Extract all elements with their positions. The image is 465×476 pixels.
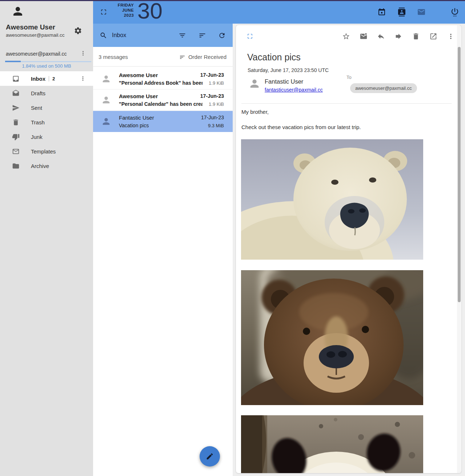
to-label: To: [346, 75, 352, 80]
delete-icon[interactable]: [412, 32, 420, 40]
email-image-panda: [241, 415, 423, 473]
message-sender: Fantastic User: [119, 115, 154, 121]
email-body-greeting: My brother,: [241, 109, 269, 115]
order-received-label[interactable]: Order Received: [188, 54, 227, 60]
fullscreen-icon[interactable]: [100, 9, 107, 15]
header-weekday: FRIDAY: [116, 3, 134, 8]
folder-label: Junk: [31, 134, 43, 140]
quota-text: 1.84% used on 500 MB: [0, 63, 93, 69]
folder-label: Inbox: [31, 76, 45, 82]
email-body-line: Check out these vacation pics from our l…: [241, 124, 361, 130]
sidebar-item-drafts[interactable]: Drafts: [0, 86, 93, 100]
sidebar-item-junk[interactable]: Junk: [0, 129, 93, 144]
message-toolbar: [342, 32, 455, 40]
power-icon[interactable]: [450, 7, 459, 17]
folder-more-icon[interactable]: [80, 75, 86, 82]
reply-icon[interactable]: [377, 32, 385, 40]
header-body-divider: [241, 103, 452, 104]
message-size: 1.9 KiB: [209, 101, 224, 107]
more-options-icon[interactable]: [447, 32, 455, 40]
folder-label: Trash: [31, 119, 45, 125]
sidebar: Awesome User awesomeuser@paxmail.cc awes…: [0, 0, 93, 476]
pencil-icon: [206, 452, 214, 460]
folder-label: Sent: [31, 105, 42, 111]
from-avatar-icon: [248, 77, 261, 90]
folder-label: Archive: [31, 163, 49, 169]
message-row-selected[interactable]: Fantastic User Vacation pics 17-Jun-23 9…: [93, 111, 233, 132]
app-header: FRIDAY JUNE 2023 30: [93, 0, 465, 24]
message-date: 17-Jun-23: [200, 93, 224, 99]
user-email: awesomeuser@paxmail.cc: [6, 32, 65, 38]
message-list-searchbar: Inbox: [93, 24, 233, 47]
from-email-link[interactable]: fantasticuser@paxmail.cc: [265, 87, 323, 93]
sidebar-item-trash[interactable]: Trash: [0, 115, 93, 129]
message-size: 9.3 MiB: [208, 123, 224, 128]
calendar-icon[interactable]: [377, 8, 386, 16]
send-icon: [12, 104, 20, 112]
sender-avatar-icon: [101, 74, 111, 84]
message-date: 17-Jun-23: [201, 115, 224, 120]
sidebar-item-archive[interactable]: Archive: [0, 159, 93, 173]
inbox-icon: [12, 75, 20, 83]
folder-label: Drafts: [31, 90, 45, 96]
message-list: 3 messages Order Received Awesome User "…: [93, 47, 233, 476]
reading-pane-background: Vacation pics Saturday, June 17, 2023 23…: [233, 24, 465, 476]
sender-avatar-icon: [101, 95, 111, 105]
refresh-icon[interactable]: [218, 32, 226, 39]
mark-unread-icon[interactable]: [360, 32, 368, 40]
sidebar-item-templates[interactable]: Templates: [0, 144, 93, 159]
sort-icon[interactable]: [199, 32, 206, 39]
to-recipient-chip[interactable]: awesomeuser@paxmail.cc: [350, 83, 417, 93]
folder-label: Templates: [31, 148, 56, 155]
search-icon[interactable]: [100, 32, 107, 39]
reading-pane-scrollbar-thumb[interactable]: [458, 47, 461, 302]
message-date: 17-Jun-23: [200, 72, 224, 78]
message-size: 1.9 KiB: [209, 80, 224, 86]
inbox-unread-count: 2: [49, 76, 55, 81]
email-image-polar-bear: [241, 139, 423, 260]
search-input[interactable]: Inbox: [112, 32, 126, 39]
header-day-number: 30: [137, 0, 163, 24]
message-count: 3 messages: [99, 54, 128, 60]
expand-message-icon[interactable]: [247, 33, 253, 39]
account-row-email[interactable]: awesomeuser@paxmail.cc: [6, 51, 67, 57]
order-sort-icon[interactable]: [179, 54, 185, 60]
message-row[interactable]: Awesome User "Personal Address Book" has…: [93, 68, 233, 89]
user-avatar-icon: [11, 5, 24, 18]
star-icon[interactable]: [342, 32, 350, 40]
mail-outline-icon: [12, 148, 20, 155]
drafts-icon: [12, 89, 20, 97]
message-subject: "Personal Calendar" has been created: [119, 101, 203, 107]
filter-icon[interactable]: [179, 32, 186, 39]
header-date-stack: FRIDAY JUNE 2023: [116, 3, 134, 18]
from-name: Fantastic User: [265, 78, 303, 85]
message-sender: Awesome User: [119, 93, 158, 99]
message-row[interactable]: Awesome User "Personal Calendar" has bee…: [93, 89, 233, 111]
email-subject: Vacation pics: [247, 52, 301, 63]
header-month: JUNE: [116, 8, 134, 13]
compose-button[interactable]: [200, 446, 220, 467]
forward-icon[interactable]: [394, 32, 402, 40]
message-subject: Vacation pics: [119, 123, 149, 128]
folder-icon: [12, 162, 20, 170]
account-more-icon[interactable]: [80, 50, 87, 57]
quota-bar-fill: [5, 61, 21, 62]
contacts-icon[interactable]: [397, 8, 406, 16]
sidebar-item-sent[interactable]: Sent: [0, 100, 93, 115]
user-name: Awesome User: [6, 23, 55, 31]
mail-icon[interactable]: [417, 8, 426, 16]
trash-icon: [12, 119, 20, 126]
message-sender: Awesome User: [119, 72, 158, 78]
sidebar-item-inbox[interactable]: Inbox 2: [0, 71, 93, 86]
email-image-brown-bear: [241, 270, 423, 405]
settings-gear-icon[interactable]: [74, 27, 82, 35]
email-date: Saturday, June 17, 2023 23:50 UTC: [248, 67, 329, 73]
reading-pane-card: Vacation pics Saturday, June 17, 2023 23…: [236, 25, 462, 473]
thumb-down-icon: [12, 133, 20, 141]
message-subject: "Personal Address Book" has been created: [119, 80, 203, 86]
app-root: Awesome User awesomeuser@paxmail.cc awes…: [0, 0, 465, 476]
top-accent-strip: [0, 0, 465, 1]
folder-list: Inbox 2 Drafts Sent Trash Junk: [0, 71, 93, 173]
open-in-new-icon[interactable]: [429, 32, 437, 40]
message-list-header: 3 messages Order Received: [93, 47, 233, 67]
